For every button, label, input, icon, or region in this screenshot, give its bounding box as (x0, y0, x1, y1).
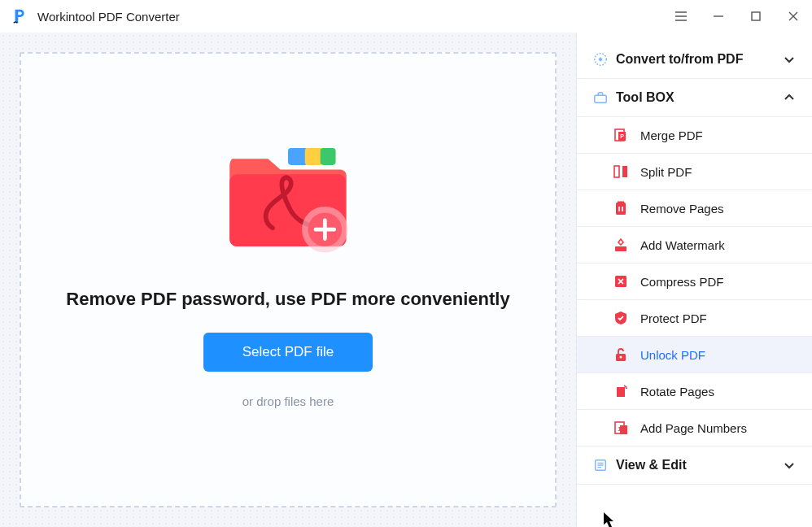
merge-icon: P (613, 127, 629, 143)
svg-rect-22 (620, 425, 627, 434)
svg-point-18 (620, 356, 622, 359)
svg-rect-3 (321, 148, 336, 165)
app-title: Workintool PDF Converter (37, 10, 180, 24)
svg-rect-7 (595, 95, 606, 102)
minimize-button[interactable] (700, 0, 737, 33)
remove-pages-icon (613, 200, 629, 216)
toolbox-icon (593, 90, 608, 105)
view-edit-icon (593, 458, 608, 473)
tool-label: Rotate Pages (640, 385, 714, 399)
tool-compress-pdf[interactable]: Compress PDF (577, 264, 812, 300)
svg-rect-0 (752, 12, 760, 20)
close-button[interactable] (775, 0, 812, 33)
section-convert-label: Convert to/from PDF (616, 52, 743, 67)
compress-icon (613, 273, 629, 290)
app-logo-icon (11, 7, 29, 25)
tool-label: Merge PDF (640, 128, 703, 142)
chevron-up-icon (783, 91, 796, 104)
tool-unlock-pdf[interactable]: Unlock PDF (577, 337, 812, 373)
protect-icon (613, 310, 629, 326)
tool-split-pdf[interactable]: Split PDF (577, 154, 812, 190)
tool-remove-pages[interactable]: Remove Pages (577, 190, 812, 227)
section-view-edit-label: View & Edit (616, 458, 687, 473)
tool-add-page-numbers[interactable]: 1 Add Page Numbers (577, 410, 812, 446)
tool-label: Compress PDF (640, 275, 724, 289)
select-file-button[interactable]: Select PDF file (203, 333, 373, 372)
split-icon (613, 163, 629, 180)
chevron-down-icon (783, 459, 796, 472)
section-convert[interactable]: Convert to/from PDF (577, 41, 812, 79)
page-numbers-icon: 1 (613, 420, 629, 436)
headline-text: Remove PDF password, use PDF more conven… (66, 289, 509, 310)
folder-pdf-plus-icon (219, 136, 357, 266)
svg-rect-15 (615, 246, 626, 251)
svg-rect-19 (617, 387, 625, 397)
svg-rect-13 (616, 203, 626, 215)
section-toolbox[interactable]: Tool BOX (577, 79, 812, 117)
section-view-edit[interactable]: View & Edit (577, 446, 812, 485)
tool-label: Add Page Numbers (640, 421, 747, 435)
svg-rect-12 (622, 166, 627, 177)
tool-label: Protect PDF (640, 311, 707, 325)
maximize-button[interactable] (737, 0, 775, 33)
tool-rotate-pages[interactable]: Rotate Pages (577, 373, 812, 410)
watermark-icon (613, 237, 629, 253)
tool-protect-pdf[interactable]: Protect PDF (577, 300, 812, 337)
svg-rect-11 (614, 166, 619, 177)
drop-zone[interactable]: Remove PDF password, use PDF more conven… (20, 52, 557, 507)
tool-label: Add Watermark (640, 238, 725, 252)
rotate-icon (613, 383, 629, 399)
tool-label: Unlock PDF (640, 348, 705, 362)
titlebar: Workintool PDF Converter (0, 0, 812, 33)
tool-label: Split PDF (640, 165, 692, 179)
svg-rect-14 (618, 202, 624, 204)
menu-icon[interactable] (662, 0, 700, 33)
drop-hint-text: or drop files here (242, 394, 334, 408)
chevron-down-icon (783, 53, 796, 66)
tool-add-watermark[interactable]: Add Watermark (577, 227, 812, 264)
tool-merge-pdf[interactable]: P Merge PDF (577, 117, 812, 154)
unlock-icon (613, 346, 629, 363)
section-toolbox-label: Tool BOX (616, 90, 674, 105)
sidebar: Convert to/from PDF Tool BOX P Merge PDF (576, 33, 812, 527)
svg-text:P: P (620, 133, 624, 139)
app-body: Remove PDF password, use PDF more conven… (0, 33, 812, 527)
convert-icon (593, 52, 608, 67)
tool-label: Remove Pages (640, 202, 724, 216)
